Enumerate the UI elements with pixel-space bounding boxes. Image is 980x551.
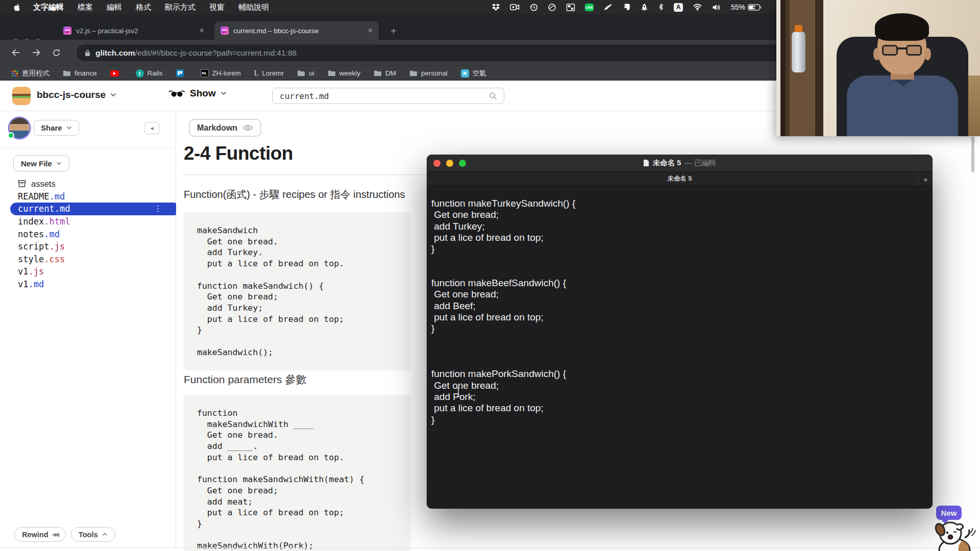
bookmark-label: Loremr [262,69,284,77]
wifi-icon[interactable] [693,4,702,11]
file-ext: .js [28,266,44,277]
zoom-window-button[interactable] [459,160,466,167]
bookmark-weekly[interactable]: weekly [328,69,360,77]
tab-practical-jsv2[interactable]: v2.js – practical-jsv2 × [57,21,210,40]
show-button[interactable]: Show [168,88,227,99]
url-domain: glitch.com [95,48,135,58]
screen-record-icon[interactable] [510,4,520,11]
minimize-window-button[interactable] [446,160,453,167]
textedit-titlebar[interactable]: 未命名 5 — 已編輯 [427,155,933,172]
tab-bbcc-js-course[interactable]: current.md – bbcc-js-course × [214,21,379,40]
chevron-down-icon [56,162,62,165]
share-button[interactable]: Share [34,120,79,136]
menu-file[interactable]: 檔案 [78,3,93,12]
rocket-icon[interactable] [641,3,648,12]
project-name-menu[interactable]: bbcc-js-course [37,89,116,101]
new-file-label: New File [21,159,52,168]
glitch-mascot-notification[interactable]: New [933,503,980,551]
forward-button[interactable] [32,48,41,57]
bookmark-personal[interactable]: personal [409,69,448,77]
rewind-button[interactable]: Rewind ◀◀ [14,527,66,542]
menu-view[interactable]: 顯示方式 [165,3,195,12]
rewind-label: Rewind [22,531,48,539]
share-label: Share [41,123,62,132]
divider [0,148,176,148]
file-row-v1md[interactable]: v1.md [0,278,176,291]
bookmark-air[interactable]: ≋ 空氣 [461,69,486,78]
bookmark-loremr[interactable]: L Loremr [254,69,284,78]
menu-textedit[interactable]: 文字編輯 [33,3,64,12]
code-block-make-sandwich: makeSandwich Get one bread. add Turkey. … [184,212,411,370]
reload-button[interactable] [52,48,61,57]
webcam-bottle [792,32,805,72]
collapse-sidebar-button[interactable]: ◂ [144,122,159,134]
bookmark-youtube[interactable] [110,70,122,77]
file-row-current-selected[interactable]: current.md ⋮ [10,203,176,215]
window-manager-icon[interactable] [566,4,575,11]
battery-indicator[interactable]: 55% [731,3,762,11]
bookmark-rails[interactable]: t Rails [136,69,163,78]
file-menu-icon[interactable]: ⋮ [154,204,162,213]
file-row-notes[interactable]: notes.md [0,228,176,240]
webcam-person-ear [924,48,931,60]
textedit-window[interactable]: 未命名 5 — 已編輯 未命名 5 + function makeTurkeyS… [427,155,933,509]
bookmark-finance[interactable]: finance [63,69,97,77]
bookmark-trello[interactable] [176,69,187,77]
page-scrollbar[interactable] [971,137,974,172]
format-badge[interactable]: Markdown [189,119,261,137]
file-row-v1js[interactable]: v1.js [0,265,176,278]
menubar-status-icons: LINE A 55% [492,0,762,14]
menu-format[interactable]: 格式 [136,3,151,12]
time-machine-icon[interactable] [529,3,538,12]
bookmark-dm[interactable]: DM [374,69,396,77]
address-bar[interactable]: glitch.com/edit/#!/bbcc-js-course?path=c… [77,44,786,61]
file-name: README [18,191,49,202]
file-ext: .md [49,191,65,202]
file-row-assets[interactable]: assets [0,178,176,190]
user-avatar[interactable] [9,118,30,138]
battery-icon [748,4,762,11]
tools-button[interactable]: Tools [71,527,115,542]
file-name: index [18,216,44,227]
evernote-icon[interactable] [623,3,631,11]
teal-circle-icon: t [136,69,144,78]
new-tab-button[interactable]: + [387,26,400,37]
input-source-icon[interactable]: A [674,3,683,12]
bookmark-apps[interactable]: 應用程式 [11,69,50,78]
file-row-style[interactable]: style.css [0,253,176,266]
file-tree: assets README.md current.md ⋮ index.html… [0,178,176,290]
bookmark-ui[interactable]: ui [297,69,314,77]
bookmark-zh-lorem[interactable]: RL ZH-lorem [201,69,241,77]
menu-edit[interactable]: 編輯 [107,3,122,12]
apple-icon[interactable] [13,3,21,12]
close-window-button[interactable] [433,160,440,167]
code-block-parameters: function makeSandwichWith ____ Get one b… [184,395,411,551]
bookmark-label: 應用程式 [22,69,50,78]
folder-icon [409,70,418,77]
dropbox-icon[interactable] [492,3,500,11]
doc-section-heading: Function parameters 參數 [184,372,306,387]
project-avatar-icon[interactable] [12,87,31,105]
back-button[interactable] [11,48,20,57]
format-badge-label: Markdown [197,123,237,133]
menu-window[interactable]: 視窗 [209,3,225,12]
textedit-text-area[interactable]: function makeTurkeySandwich() { Get one … [427,186,933,509]
volume-icon[interactable] [712,4,721,11]
textedit-new-tab-button[interactable]: + [918,172,933,186]
line-app-icon[interactable]: LINE [585,4,594,11]
new-badge[interactable]: New [936,506,962,520]
new-file-button[interactable]: New File [13,155,69,171]
textedit-tab[interactable]: 未命名 5 [668,174,692,183]
eye-icon [242,124,253,131]
circle-slash-icon[interactable] [548,3,556,12]
file-row-script[interactable]: script.js [0,240,176,253]
quill-icon[interactable] [603,4,613,11]
file-search-input[interactable] [272,88,504,104]
file-ext: .js [49,241,65,252]
tab-close-icon[interactable]: × [368,27,373,35]
file-row-index[interactable]: index.html [0,215,176,228]
bluetooth-icon[interactable] [658,3,664,11]
menu-help[interactable]: 輔助說明 [238,3,269,12]
tab-close-icon[interactable]: × [200,27,204,35]
file-row-readme[interactable]: README.md [0,190,176,203]
